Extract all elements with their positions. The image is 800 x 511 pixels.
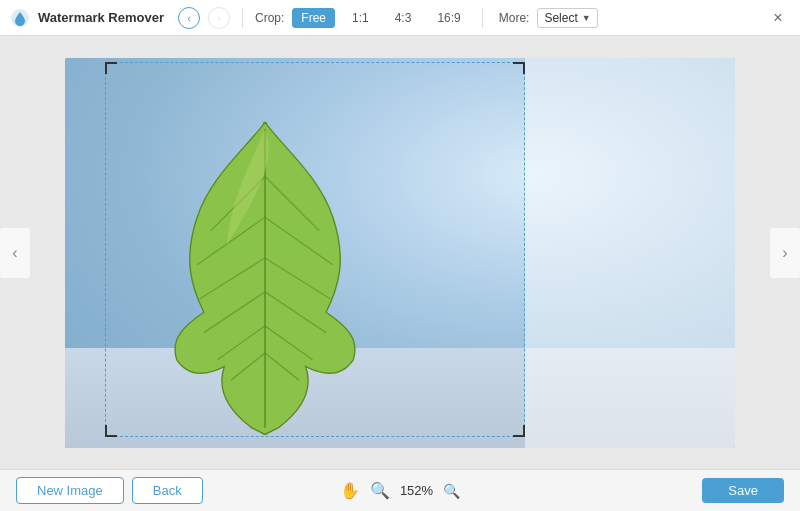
back-button[interactable]: Back: [132, 477, 203, 504]
undo-button[interactable]: ‹: [178, 7, 200, 29]
crop-box[interactable]: [105, 62, 525, 437]
app-logo-icon: [10, 8, 30, 28]
new-image-button[interactable]: New Image: [16, 477, 124, 504]
crop-handle-bl[interactable]: [105, 425, 117, 437]
zoom-out-icon[interactable]: 🔍: [443, 483, 460, 499]
crop-free-button[interactable]: Free: [292, 8, 335, 28]
save-button[interactable]: Save: [702, 478, 784, 503]
crop-handle-br[interactable]: [513, 425, 525, 437]
crop-label: Crop:: [255, 11, 284, 25]
next-image-button[interactable]: ›: [770, 228, 800, 278]
divider-1: [242, 8, 243, 28]
crop-handle-tr[interactable]: [513, 62, 525, 74]
crop-16-9-button[interactable]: 16:9: [428, 8, 469, 28]
crop-overlay[interactable]: [65, 58, 735, 448]
bottom-right-actions: Save: [702, 478, 784, 503]
bottom-left-actions: New Image Back: [16, 477, 203, 504]
redo-button[interactable]: ›: [208, 7, 230, 29]
crop-4-3-button[interactable]: 4:3: [386, 8, 421, 28]
app-title: Watermark Remover: [38, 10, 164, 25]
select-dropdown[interactable]: Select ▼: [537, 8, 597, 28]
chevron-down-icon: ▼: [582, 13, 591, 23]
hand-tool-icon[interactable]: ✋: [340, 481, 360, 500]
zoom-in-icon[interactable]: 🔍: [370, 481, 390, 500]
image-container: [65, 58, 735, 448]
canvas-area: ‹: [0, 36, 800, 469]
titlebar: Watermark Remover ‹ › Crop: Free 1:1 4:3…: [0, 0, 800, 36]
bottom-bar: New Image Back ✋ 🔍 152% 🔍 Save: [0, 469, 800, 511]
chevron-right-icon: ›: [782, 244, 787, 262]
zoom-level: 152%: [400, 483, 433, 498]
zoom-controls: ✋ 🔍 152% 🔍: [340, 481, 460, 500]
close-button[interactable]: ×: [766, 6, 790, 30]
crop-handle-tl[interactable]: [105, 62, 117, 74]
more-label: More:: [499, 11, 530, 25]
crop-1-1-button[interactable]: 1:1: [343, 8, 378, 28]
prev-image-button[interactable]: ‹: [0, 228, 30, 278]
divider-2: [482, 8, 483, 28]
outside-crop-overlay: [525, 58, 735, 448]
select-label: Select: [544, 11, 577, 25]
chevron-left-icon: ‹: [12, 244, 17, 262]
image-display: [65, 58, 735, 448]
